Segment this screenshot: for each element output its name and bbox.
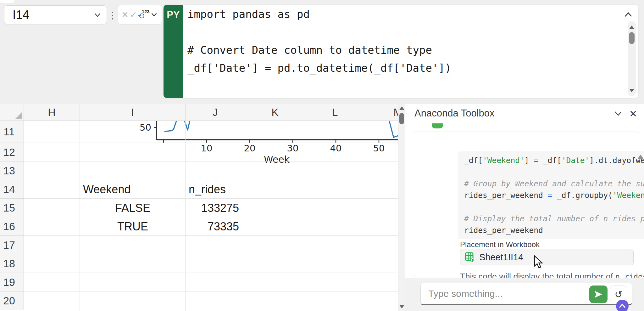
gridline [24, 273, 398, 273]
row-header-15[interactable]: 15 [0, 199, 24, 217]
formula-bar-region: I14 ⋮ ✕ ✓ ⟳ 123 PY import pandas as pd# … [0, 0, 644, 104]
select-all-corner[interactable] [0, 104, 24, 121]
row-header-16[interactable]: 16 [0, 217, 24, 236]
scrollbar-thumb[interactable] [399, 113, 404, 124]
assistant-message-card: _df['Weekend'] = _df['Date'].dt.dayofwee… [413, 132, 639, 277]
column-header-L[interactable]: L [305, 104, 365, 121]
row-header-14[interactable]: 14 [0, 180, 24, 199]
gridline [24, 254, 398, 254]
collapse-formula-bar-icon[interactable] [624, 12, 633, 19]
anaconda-toolbox-panel: Anaconda Toolbox ✕ _df['Weekend'] = _df[… [405, 104, 644, 311]
panel-code-line: rides_per_weekend [464, 224, 644, 236]
formula-code-line: _df['Date'] = pd.to_datetime(_df['Date']… [187, 59, 619, 77]
placement-field[interactable]: Sheet1!I14 [460, 249, 634, 265]
mouse-cursor [534, 255, 545, 270]
gridline [24, 161, 398, 161]
panel-code-line: rides_per_weekend = _df.groupby('Weekend… [464, 189, 644, 201]
scrollbar-thumb[interactable] [629, 32, 635, 44]
gridline [24, 310, 398, 310]
recalc-123-label: 123 [142, 9, 150, 14]
scroll-up-icon[interactable] [629, 25, 634, 29]
column-header-K[interactable]: K [245, 104, 305, 121]
chevron-up-icon [619, 303, 626, 309]
name-box[interactable]: I14 [4, 5, 107, 24]
panel-code-line: # Display the total number of n_rides pe… [464, 213, 644, 224]
svg-text:50: 50 [373, 143, 385, 154]
svg-text:50: 50 [140, 122, 151, 133]
panel-header: Anaconda Toolbox ✕ [405, 104, 644, 123]
formula-scrollbar[interactable] [628, 21, 636, 96]
panel-code-line [464, 166, 644, 178]
panel-title: Anaconda Toolbox [414, 108, 495, 119]
svg-text:20: 20 [244, 143, 256, 154]
recalc-chevron-down-icon[interactable] [150, 11, 158, 19]
cell-reference: I14 [13, 8, 93, 22]
column-header-J[interactable]: J [186, 104, 245, 121]
panel-close-icon[interactable]: ✕ [629, 108, 637, 119]
column-header-H[interactable]: H [24, 104, 80, 121]
formula-actions-toolbar: ✕ ✓ ⟳ 123 [118, 5, 162, 24]
excel-window: I14 ⋮ ✕ ✓ ⟳ 123 PY import pandas as pd# … [0, 0, 644, 311]
panel-code-line: _df['Weekend'] = _df['Date'].dt.dayofwee… [464, 155, 644, 166]
scroll-down-icon[interactable] [399, 305, 404, 308]
scroll-down-icon[interactable] [629, 89, 634, 92]
recalculate-123-icon[interactable]: ⟳ 123 [138, 9, 149, 20]
cell-J16[interactable]: 73335 [186, 217, 245, 236]
formula-bar: PY import pandas as pd# Convert Date col… [164, 5, 638, 98]
formula-code-line: import pandas as pd [187, 5, 619, 23]
cell-J14[interactable]: n_rides [186, 180, 245, 199]
placement-value: Sheet1!I14 [479, 252, 523, 263]
svg-text:Week: Week [264, 154, 290, 165]
column-header-M[interactable]: M [365, 104, 398, 121]
row-header-11[interactable]: 11 [0, 121, 24, 143]
gridline [24, 291, 398, 291]
cell-I14[interactable]: Weekend [80, 180, 186, 199]
panel-code-line: # Group by Weekend and calculate the sum… [464, 178, 644, 189]
panel-code-line [464, 201, 644, 213]
chevron-down-icon[interactable] [93, 11, 102, 19]
formula-code-line: # Convert Date column to datetime type [187, 41, 619, 59]
formula-code[interactable]: import pandas as pd# Convert Date column… [187, 5, 619, 77]
row-header-17[interactable]: 17 [0, 236, 24, 254]
panel-collapse-chevron-icon[interactable] [613, 110, 623, 118]
undo-icon: ↺ [614, 289, 622, 300]
placement-label: Placement in Workbook [460, 240, 540, 249]
gridline [24, 143, 398, 143]
svg-text:30: 30 [287, 143, 299, 154]
cancel-icon[interactable]: ✕ [121, 11, 129, 19]
kebab-menu-icon[interactable]: ⋮ [109, 7, 116, 23]
grid-vertical-scrollbar[interactable] [398, 104, 405, 311]
cell-I15[interactable]: FALSE [80, 199, 186, 217]
chat-input-bar: ↺ [405, 278, 644, 311]
code-scroll-up-icon[interactable] [638, 155, 643, 159]
gridline [365, 121, 365, 311]
column-header-I[interactable]: I [80, 104, 186, 121]
sheet-grid-pencil-icon [465, 252, 475, 262]
row-header-20[interactable]: 20 [0, 291, 24, 310]
spreadsheet-grid[interactable]: 501020304050Week HIJKLM11121314151617181… [0, 104, 398, 311]
gridline [305, 121, 305, 311]
send-button[interactable] [589, 286, 608, 303]
select-all-triangle [15, 112, 22, 119]
svg-text:40: 40 [330, 143, 342, 154]
scroll-up-icon[interactable] [399, 106, 404, 110]
code-snippet-block: _df['Weekend'] = _df['Date'].dt.dayofwee… [458, 151, 644, 239]
cell-I16[interactable]: TRUE [80, 217, 186, 236]
row-header-19[interactable]: 19 [0, 273, 24, 291]
scroll-to-top-fab[interactable] [616, 300, 629, 311]
svg-text:10: 10 [201, 143, 213, 154]
row-header-13[interactable]: 13 [0, 161, 24, 180]
row-header-18[interactable]: 18 [0, 254, 24, 273]
cell-J15[interactable]: 133275 [186, 199, 245, 217]
assistant-avatar-partial [432, 123, 443, 128]
formula-editor[interactable]: import pandas as pd# Convert Date column… [183, 5, 638, 98]
embedded-line-chart[interactable]: 501020304050Week [122, 121, 398, 166]
python-language-badge: PY [164, 5, 183, 98]
send-icon [594, 290, 603, 299]
chat-text-input[interactable] [428, 283, 567, 304]
formula-code-line [187, 23, 619, 41]
chat-input-box[interactable]: ↺ [420, 283, 632, 305]
confirm-icon[interactable]: ✓ [130, 11, 137, 19]
row-header-12[interactable]: 12 [0, 143, 24, 161]
ribbon-remnant [0, 0, 14, 3]
